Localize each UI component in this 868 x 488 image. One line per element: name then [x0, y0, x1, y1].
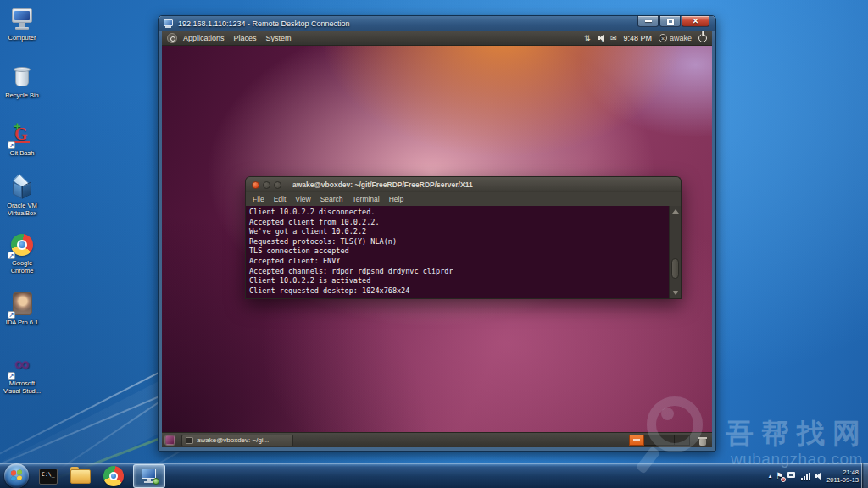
volume-icon[interactable]: ): [598, 34, 604, 42]
rdp-titlebar[interactable]: 192.168.1.110:1234 - Remote Desktop Conn…: [159, 16, 715, 31]
terminal-line: Client 10.0.2.2 is activated: [249, 276, 667, 286]
rdp-icon: [141, 469, 158, 484]
terminal-menubar: File Edit View Search Terminal Help: [245, 192, 682, 206]
username-label: awake: [670, 34, 692, 42]
maximize-icon: [667, 19, 674, 25]
ida-pro-icon: ↗: [9, 291, 35, 317]
workspace-switcher: [629, 435, 690, 446]
recycle-bin-icon: [9, 64, 35, 90]
desktop-icon-label: Oracle VM VirtualBox: [0, 202, 44, 217]
terminal-line: Client 10.0.2.2 disconnected.: [249, 208, 667, 218]
terminal-line: Accepted client from 10.0.2.2.: [249, 218, 667, 228]
rdp-client-area: Applications Places System ⇅ ) ✉ 9:48 PM…: [162, 31, 712, 447]
windows-taskbar: C:\_ ▴ ⚑x 21:48 2011-09-13: [0, 463, 868, 488]
terminal-line: Requested protocols: TLS(Y) NLA(n): [249, 237, 667, 247]
show-desktop-icon[interactable]: [165, 435, 175, 445]
network-updown-icon[interactable]: ⇅: [584, 34, 591, 42]
taskbar-chrome-button[interactable]: [103, 466, 125, 486]
taskbar-explorer-button[interactable]: [70, 466, 92, 486]
folder-icon: [70, 469, 91, 484]
minimize-icon: [645, 20, 652, 22]
maximize-button[interactable]: [659, 16, 681, 27]
mail-icon[interactable]: ✉: [610, 34, 617, 42]
rdp-app-icon: [164, 19, 174, 29]
ubuntu-clock[interactable]: 9:48 PM: [623, 34, 652, 42]
clock-time: 21:48: [826, 469, 859, 476]
terminal-line: Client requested desktop: 1024x768x24: [249, 286, 667, 297]
shortcut-arrow-icon: ↗: [8, 252, 15, 259]
taskbar-clock[interactable]: 21:48 2011-09-13: [826, 469, 859, 484]
ubuntu-top-panel: Applications Places System ⇅ ) ✉ 9:48 PM…: [162, 31, 712, 46]
desktop-icon-recycle-bin[interactable]: Recycle Bin: [0, 64, 44, 99]
terminal-titlebar[interactable]: awake@vboxdev: ~/git/FreeRDP/FreeRDP/ser…: [245, 176, 682, 192]
terminal-close-button[interactable]: [252, 181, 259, 189]
terminal-minimize-button[interactable]: [263, 181, 270, 189]
terminal-menu-view[interactable]: View: [295, 195, 310, 203]
menu-applications[interactable]: Applications: [183, 34, 225, 42]
windows-logo-icon: [11, 469, 22, 480]
me-menu[interactable]: × awake: [659, 34, 692, 42]
terminal-output[interactable]: Client 10.0.2.2 disconnected. Accepted c…: [245, 206, 682, 299]
rdp-window-title: 192.168.1.110:1234 - Remote Desktop Conn…: [178, 19, 349, 28]
close-icon: ✕: [693, 18, 699, 25]
minimize-button[interactable]: [637, 16, 659, 27]
menu-places[interactable]: Places: [234, 34, 257, 42]
ubuntu-logo-icon[interactable]: [167, 33, 177, 43]
shortcut-arrow-icon: ↗: [8, 372, 15, 380]
desktop-icon-label: Microsoft Visual Stud...: [0, 380, 44, 395]
desktop-icon-visual-studio[interactable]: ∞ ↗ Microsoft Visual Stud...: [0, 352, 44, 395]
terminal-maximize-button[interactable]: [274, 181, 281, 189]
workspace-3[interactable]: [659, 435, 675, 446]
desktop-icon-label: IDA Pro 6.1: [0, 319, 44, 326]
desktop-icon-chrome[interactable]: ↗ Google Chrome: [0, 232, 44, 274]
volume-tray-icon[interactable]: [815, 472, 822, 480]
taskbar-window-label: awake@vboxdev: ~/gi...: [197, 436, 269, 444]
terminal-scrollbar[interactable]: [669, 206, 681, 298]
desktop-icon-git-bash[interactable]: + G ↗ Git Bash: [0, 122, 44, 157]
desktop-icon-ida-pro[interactable]: ↗ IDA Pro 6.1: [0, 291, 44, 326]
workspace-2[interactable]: [644, 435, 659, 446]
action-center-flag-icon[interactable]: ⚑x: [776, 472, 783, 480]
power-icon[interactable]: [698, 34, 707, 42]
terminal-menu-terminal[interactable]: Terminal: [353, 195, 380, 203]
terminal-window: awake@vboxdev: ~/git/FreeRDP/FreeRDP/ser…: [245, 176, 682, 299]
terminal-menu-edit[interactable]: Edit: [274, 195, 287, 203]
terminal-line: Accepted channels: rdpdr rdpsnd drdynvc …: [249, 267, 667, 277]
scroll-up-icon[interactable]: [672, 209, 679, 214]
rdp-window: 192.168.1.110:1234 - Remote Desktop Conn…: [158, 15, 716, 452]
clock-date: 2011-09-13: [826, 476, 859, 484]
desktop-icon-label: Google Chrome: [0, 259, 44, 274]
terminal-line: TLS connection accepted: [249, 247, 667, 257]
terminal-menu-file[interactable]: File: [253, 195, 264, 203]
desktop-icon-label: Git Bash: [0, 149, 44, 157]
terminal-menu-help[interactable]: Help: [389, 195, 403, 203]
chrome-icon: [103, 466, 124, 486]
workspace-4[interactable]: [675, 435, 690, 446]
chrome-icon: ↗: [9, 232, 35, 258]
network-tray-icon[interactable]: [787, 472, 797, 480]
wireless-signal-icon[interactable]: [801, 472, 810, 480]
shortcut-arrow-icon: ↗: [8, 141, 15, 149]
taskbar-rdp-button-active[interactable]: [133, 464, 165, 488]
computer-icon: [9, 7, 35, 32]
terminal-line: Accepted client: ENVY: [249, 257, 667, 267]
user-status-icon: ×: [659, 34, 667, 42]
terminal-menu-search[interactable]: Search: [320, 195, 343, 203]
workspace-1-active[interactable]: [629, 435, 644, 446]
close-button[interactable]: ✕: [682, 16, 709, 27]
start-button[interactable]: [4, 463, 29, 488]
trash-icon[interactable]: [698, 435, 707, 446]
scrollbar-thumb[interactable]: [671, 258, 679, 279]
show-desktop-button[interactable]: [861, 463, 868, 488]
taskbar-cmd-button[interactable]: C:\_: [37, 466, 59, 486]
hidden-icons-arrow[interactable]: ▴: [769, 473, 772, 480]
shortcut-arrow-icon: ↗: [8, 311, 15, 319]
virtualbox-icon: [9, 175, 35, 200]
taskbar-window-button[interactable]: awake@vboxdev: ~/gi...: [181, 435, 293, 446]
cmd-icon: C:\_: [39, 469, 58, 485]
desktop-icon-computer[interactable]: Computer: [0, 7, 44, 42]
visual-studio-icon: ∞ ↗: [9, 352, 35, 378]
scroll-down-icon[interactable]: [672, 291, 679, 295]
menu-system[interactable]: System: [266, 34, 292, 42]
desktop-icon-virtualbox[interactable]: Oracle VM VirtualBox: [0, 175, 44, 217]
